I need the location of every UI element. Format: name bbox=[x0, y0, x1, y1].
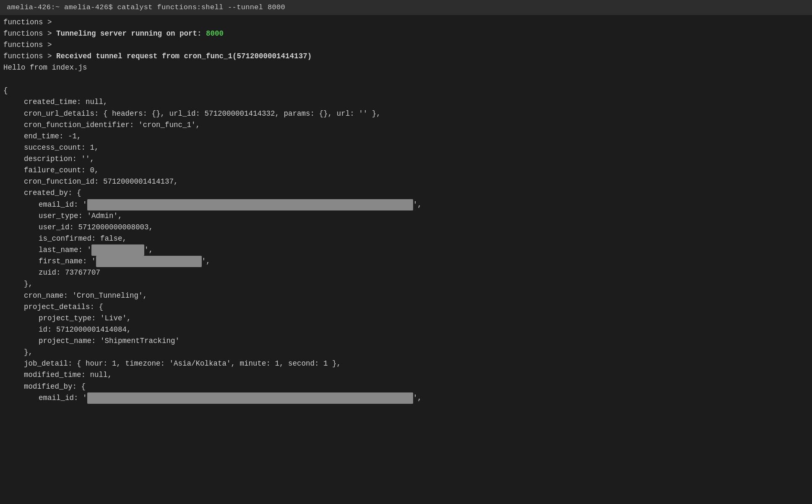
line-3: functions > bbox=[3, 39, 809, 51]
empty-line-1 bbox=[3, 73, 809, 85]
prompt-2: functions > bbox=[3, 29, 56, 38]
terminal-window: amelia-426:~ amelia-426$ catalyst functi… bbox=[0, 0, 812, 504]
line-user-id: user_id: 5712000000008003, bbox=[3, 222, 809, 233]
line-cron-name: cron_name: 'Cron_Tunneling', bbox=[3, 290, 809, 301]
line-project-details-open: project_details: { bbox=[3, 301, 809, 313]
line-description: description: '', bbox=[3, 153, 809, 165]
line-email-id: email_id: ' ', bbox=[3, 199, 809, 210]
tunneling-text: Tunneling server running on port: bbox=[56, 29, 206, 38]
title-text: amelia-426:~ amelia-426$ catalyst functi… bbox=[7, 3, 285, 11]
line-is-confirmed: is_confirmed: false, bbox=[3, 233, 809, 244]
line-5: Hello from index.js bbox=[3, 62, 809, 73]
line-cron-url-details: cron_url_details: { headers: {}, url_id:… bbox=[3, 108, 809, 120]
line-created-by-close: }, bbox=[3, 278, 809, 290]
line-modified-time: modified_time: null, bbox=[3, 369, 809, 381]
line-cron-func-id: cron_function_identifier: 'cron_func_1', bbox=[3, 120, 809, 131]
email-redacted bbox=[87, 199, 413, 210]
tunnel-request-text: Received tunnel request from cron_func_1… bbox=[56, 52, 312, 60]
line-1: functions > bbox=[3, 17, 809, 28]
title-bar: amelia-426:~ amelia-426$ catalyst functi… bbox=[0, 0, 812, 15]
line-4: functions > Received tunnel request from… bbox=[3, 51, 809, 62]
modified-email-redacted bbox=[87, 392, 413, 404]
line-failure-count: failure_count: 0, bbox=[3, 165, 809, 176]
line-2: functions > Tunneling server running on … bbox=[3, 28, 809, 39]
line-job-detail: job_detail: { hour: 1, timezone: 'Asia/K… bbox=[3, 358, 809, 369]
lastname-redacted bbox=[91, 244, 144, 256]
line-created-by-open: created_by: { bbox=[3, 187, 809, 199]
line-modified-email-id: email_id: ' ', bbox=[3, 392, 809, 404]
line-modified-by-open: modified_by: { bbox=[3, 381, 809, 392]
port-number: 8000 bbox=[206, 29, 224, 38]
line-zuid: zuid: 73767707 bbox=[3, 267, 809, 278]
line-project-id: id: 5712000001414084, bbox=[3, 324, 809, 335]
line-project-name: project_name: 'ShipmentTracking' bbox=[3, 335, 809, 347]
line-open-brace: { bbox=[3, 85, 809, 96]
terminal-content: functions > functions > Tunneling server… bbox=[0, 15, 812, 405]
line-project-details-close: }, bbox=[3, 347, 809, 358]
line-last-name: last_name: ' ', bbox=[3, 244, 809, 256]
line-user-type: user_type: 'Admin', bbox=[3, 210, 809, 222]
line-success-count: success_count: 1, bbox=[3, 142, 809, 153]
line-project-type: project_type: 'Live', bbox=[3, 313, 809, 324]
line-end-time: end_time: -1, bbox=[3, 131, 809, 142]
firstname-redacted bbox=[96, 256, 202, 267]
prompt-4: functions > bbox=[3, 52, 56, 60]
line-created-time: created_time: null, bbox=[3, 96, 809, 108]
line-cron-function-id: cron_function_id: 5712000001414137, bbox=[3, 176, 809, 187]
line-first-name: first_name: ' ', bbox=[3, 256, 809, 267]
